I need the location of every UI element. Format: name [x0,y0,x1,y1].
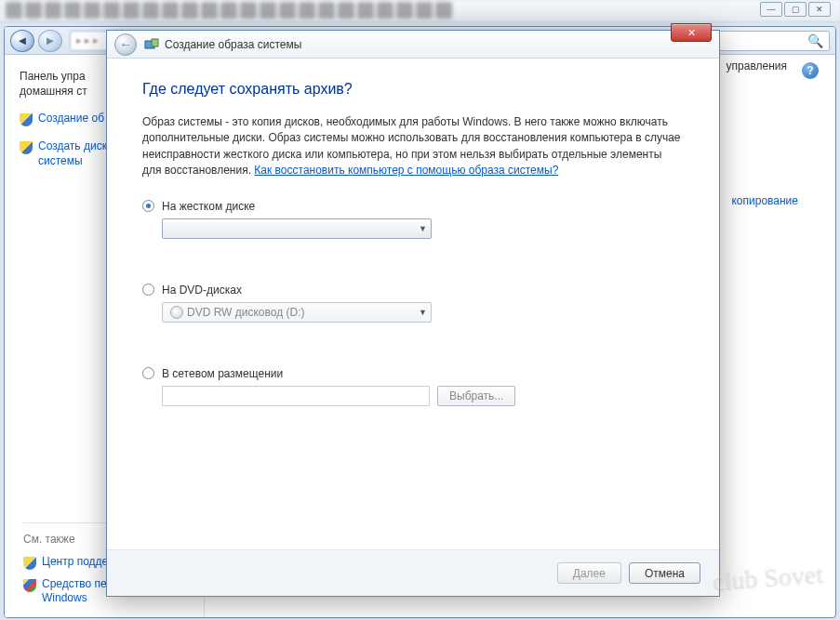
radio-dvd[interactable] [142,284,154,296]
option-dvd: На DVD-дисках DVD RW дисковод (D:) ▼ [142,284,684,323]
radio-network-label: В сетевом размещении [162,367,283,380]
help-link[interactable]: Как восстановить компьютер с помощью обр… [254,164,558,177]
bg-window-controls: — ▢ ✕ [760,2,831,17]
wizard-back-button[interactable]: ← [114,33,137,56]
wizard-close-button[interactable]: ✕ [671,23,712,42]
option-network: В сетевом размещении Выбрать... [142,367,684,406]
search-icon: 🔍 [807,33,823,48]
radio-network[interactable] [142,367,154,379]
chevron-down-icon: ▼ [419,224,427,233]
radio-dvd-label: На DVD-дисках [162,284,242,297]
close-icon[interactable]: ✕ [808,2,831,17]
browse-button[interactable]: Выбрать... [437,386,515,406]
option-hard-disk: На жестком диске ▼ [142,200,684,239]
shield-icon [20,113,33,126]
flag-icon [23,579,36,592]
forward-button[interactable]: ► [38,30,62,52]
wizard-titlebar: ← Создание образа системы ✕ [107,31,719,59]
cancel-button[interactable]: Отмена [629,562,700,584]
wizard-footer: Далее Отмена [107,549,719,596]
backup-link[interactable]: копирование [731,194,798,207]
maximize-icon[interactable]: ▢ [784,2,807,17]
wizard-icon [144,37,159,52]
network-path-input[interactable] [162,386,430,406]
next-button[interactable]: Далее [557,562,621,584]
svg-rect-1 [152,39,158,46]
minimize-icon[interactable]: — [760,2,782,17]
taskbar-icons [6,2,834,20]
back-button[interactable]: ◄ [10,30,34,52]
system-image-wizard: ← Создание образа системы ✕ Где следует … [106,30,720,597]
radio-hdd-label: На жестком диске [162,200,255,213]
wizard-title: Создание образа системы [165,38,301,51]
disc-icon [170,306,183,319]
dvd-dropdown[interactable]: DVD RW дисковод (D:) ▼ [162,302,432,323]
shield-icon [23,557,36,570]
hdd-dropdown[interactable]: ▼ [162,218,432,239]
wizard-body: Где следует сохранять архив? Образ систе… [107,59,719,549]
radio-hdd[interactable] [142,200,154,212]
wizard-description: Образ системы - это копия дисков, необхо… [142,114,684,179]
help-icon[interactable]: ? [802,62,819,79]
chevron-down-icon: ▼ [419,308,427,317]
wizard-heading: Где следует сохранять архив? [142,81,684,98]
shield-icon [20,141,33,154]
